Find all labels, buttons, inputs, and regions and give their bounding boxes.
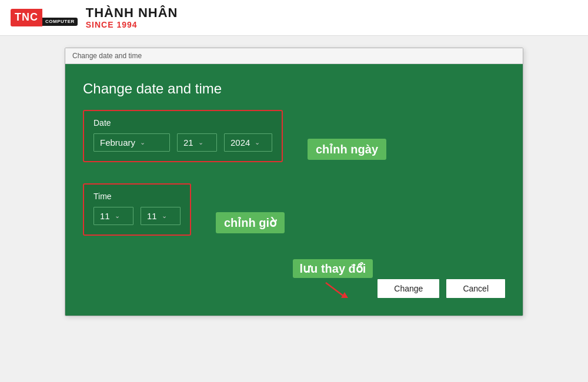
dialog-titlebar: Change date and time [65, 48, 523, 64]
month-select[interactable]: February ⌄ [93, 133, 170, 152]
day-chevron-icon: ⌄ [198, 139, 203, 146]
month-chevron-icon: ⌄ [140, 139, 145, 146]
arrow-icon [320, 280, 355, 301]
month-value: February [100, 138, 135, 148]
svg-line-0 [326, 283, 345, 297]
date-dropdowns-row: February ⌄ 21 ⌄ 2024 ⌄ [93, 133, 272, 152]
time-label: Time [93, 192, 181, 201]
header: TNC COMPUTER THÀNH NHÂN SINCE 1994 [0, 0, 588, 36]
buttons-area: lưu thay đổi Change Cancel [83, 259, 505, 301]
time-row: Time 11 ⌄ 11 ⌄ chỉnh giờ [83, 183, 505, 246]
change-button[interactable]: Change [377, 279, 439, 298]
date-annotation-wrap: chỉnh ngày [296, 133, 386, 160]
time-section-box: Time 11 ⌄ 11 ⌄ [83, 183, 191, 236]
time-annotation-wrap: chỉnh giờ [204, 206, 285, 233]
date-section-box: Date February ⌄ 21 ⌄ 2024 ⌄ [83, 110, 283, 162]
main-area: Change date and time Change date and tim… [0, 36, 588, 382]
time-annotation-label: chỉnh giờ [216, 212, 285, 233]
date-annotation-label: chỉnh ngày [308, 139, 386, 160]
brand-since: SINCE 1994 [86, 20, 178, 29]
time-dropdowns-row: 11 ⌄ 11 ⌄ [93, 207, 181, 225]
logo-computer: COMPUTER [42, 18, 78, 26]
minute-chevron-icon: ⌄ [162, 212, 167, 220]
year-select[interactable]: 2024 ⌄ [224, 133, 272, 152]
dialog-body: Change date and time Date February ⌄ 21 … [65, 64, 523, 316]
day-select[interactable]: 21 ⌄ [177, 133, 217, 152]
day-value: 21 [183, 138, 193, 148]
hour-select[interactable]: 11 ⌄ [93, 207, 133, 225]
year-value: 2024 [230, 138, 250, 148]
logo-tnc: TNC [11, 9, 42, 26]
hour-chevron-icon: ⌄ [115, 212, 120, 220]
save-annotation-label: lưu thay đổi [293, 259, 373, 278]
minute-value: 11 [147, 211, 157, 221]
save-annotation-wrap: lưu thay đổi [293, 259, 373, 301]
logo-box: TNC COMPUTER [11, 9, 78, 26]
brand-name: THÀNH NHÂN [86, 6, 178, 20]
hour-value: 11 [100, 211, 110, 221]
minute-select[interactable]: 11 ⌄ [141, 207, 181, 225]
year-chevron-icon: ⌄ [255, 139, 260, 146]
dialog-titlebar-text: Change date and time [72, 52, 142, 60]
date-label: Date [93, 118, 272, 128]
action-buttons: Change Cancel [377, 279, 505, 298]
dialog-title: Change date and time [83, 81, 505, 97]
brand-text: THÀNH NHÂN SINCE 1994 [86, 6, 178, 29]
date-row: Date February ⌄ 21 ⌄ 2024 ⌄ [83, 110, 505, 173]
dialog-window: Change date and time Change date and tim… [65, 48, 523, 316]
cancel-button[interactable]: Cancel [446, 279, 505, 298]
